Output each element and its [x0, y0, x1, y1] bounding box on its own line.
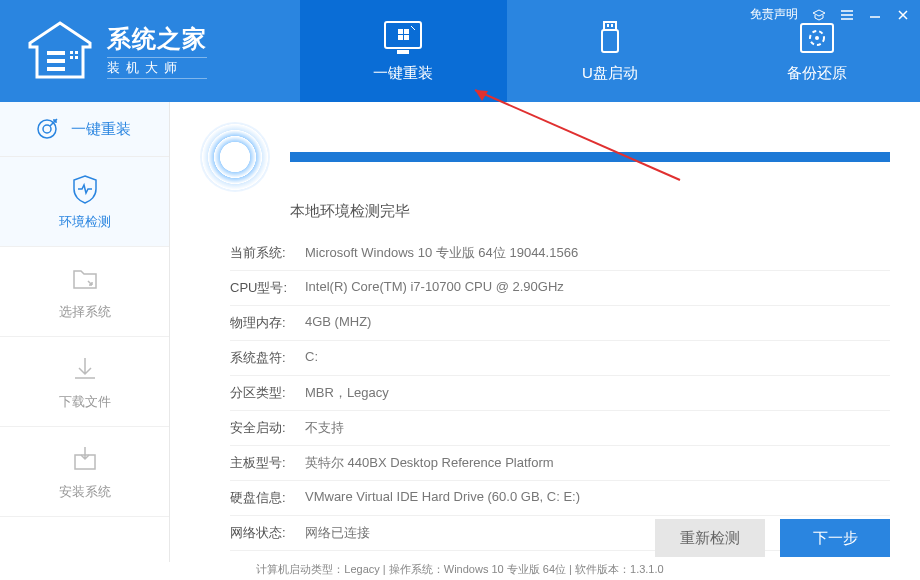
sidebar-item-select-system[interactable]: 选择系统 [0, 247, 169, 337]
info-label: 安全启动: [230, 419, 305, 437]
usb-drive-icon [590, 20, 630, 56]
info-value: Microsoft Windows 10 专业版 64位 19044.1566 [305, 244, 890, 262]
next-button[interactable]: 下一步 [780, 519, 890, 557]
app-logo-icon [25, 21, 95, 81]
svg-rect-4 [75, 51, 78, 54]
titlebar-controls: 免责声明 [750, 6, 910, 23]
info-row: 安全启动:不支持 [230, 411, 890, 446]
svg-point-21 [43, 125, 51, 133]
sidebar-item-label: 环境检测 [59, 213, 111, 231]
menu-icon[interactable] [840, 8, 854, 22]
info-row: CPU型号:Intel(R) Core(TM) i7-10700 CPU @ 2… [230, 271, 890, 306]
info-value: Intel(R) Core(TM) i7-10700 CPU @ 2.90GHz [305, 279, 890, 297]
svg-rect-6 [75, 56, 78, 59]
info-value: 4GB (MHZ) [305, 314, 890, 332]
svg-rect-0 [47, 51, 65, 55]
info-label: 当前系统: [230, 244, 305, 262]
logo-title: 系统之家 [107, 23, 207, 55]
logo-subtitle: 装机大师 [107, 57, 207, 79]
tab-label: U盘启动 [582, 64, 638, 83]
svg-rect-1 [47, 59, 65, 63]
radar-scan-icon [200, 122, 270, 192]
info-value: 不支持 [305, 419, 890, 437]
svg-rect-14 [602, 30, 618, 52]
svg-point-19 [815, 36, 819, 40]
info-label: 网络状态: [230, 524, 305, 542]
svg-rect-2 [47, 67, 65, 71]
sidebar-item-env-check[interactable]: 环境检测 [0, 157, 169, 247]
sidebar-item-download[interactable]: 下载文件 [0, 337, 169, 427]
info-label: 硬盘信息: [230, 489, 305, 507]
redetect-button[interactable]: 重新检测 [655, 519, 765, 557]
header: 系统之家 装机大师 一键重装 U盘启动 备份还原 免责声明 [0, 0, 920, 102]
backup-icon [797, 20, 837, 56]
tab-label: 一键重装 [373, 64, 433, 83]
sidebar: 一键重装 环境检测 选择系统 下载文件 安装系统 [0, 102, 170, 562]
info-row: 硬盘信息:VMware Virtual IDE Hard Drive (60.0… [230, 481, 890, 516]
svg-rect-8 [397, 50, 409, 54]
tab-label: 备份还原 [787, 64, 847, 83]
system-info-list: 当前系统:Microsoft Windows 10 专业版 64位 19044.… [230, 236, 890, 551]
info-label: CPU型号: [230, 279, 305, 297]
info-label: 分区类型: [230, 384, 305, 402]
info-row: 系统盘符:C: [230, 341, 890, 376]
info-label: 物理内存: [230, 314, 305, 332]
graduation-icon[interactable] [812, 8, 826, 22]
svg-rect-13 [604, 22, 616, 30]
sidebar-item-install[interactable]: 安装系统 [0, 427, 169, 517]
close-icon[interactable] [896, 8, 910, 22]
info-row: 物理内存:4GB (MHZ) [230, 306, 890, 341]
info-row: 主板型号:英特尔 440BX Desktop Reference Platfor… [230, 446, 890, 481]
info-value: 英特尔 440BX Desktop Reference Platform [305, 454, 890, 472]
footer-status: 计算机启动类型：Legacy | 操作系统：Windows 10 专业版 64位… [0, 562, 920, 580]
minimize-icon[interactable] [868, 8, 882, 22]
svg-rect-15 [607, 24, 609, 27]
svg-rect-11 [398, 35, 403, 40]
svg-rect-3 [70, 51, 73, 54]
folder-icon [69, 263, 101, 295]
sidebar-item-label: 选择系统 [59, 303, 111, 321]
disclaimer-link[interactable]: 免责声明 [750, 6, 798, 23]
info-value: MBR，Legacy [305, 384, 890, 402]
info-value: VMware Virtual IDE Hard Drive (60.0 GB, … [305, 489, 890, 507]
download-icon [69, 353, 101, 385]
progress-bar [290, 152, 890, 162]
target-icon [35, 117, 59, 141]
tab-usb-boot[interactable]: U盘启动 [507, 0, 714, 102]
info-label: 主板型号: [230, 454, 305, 472]
info-value: C: [305, 349, 890, 367]
logo-area: 系统之家 装机大师 [0, 0, 300, 102]
sidebar-item-label: 下载文件 [59, 393, 111, 411]
svg-rect-10 [404, 29, 409, 34]
svg-rect-9 [398, 29, 403, 34]
shield-pulse-icon [69, 173, 101, 205]
svg-rect-16 [611, 24, 613, 27]
detection-status: 本地环境检测完毕 [290, 202, 890, 221]
sidebar-item-reinstall[interactable]: 一键重装 [0, 102, 169, 157]
info-row: 分区类型:MBR，Legacy [230, 376, 890, 411]
main-content: 本地环境检测完毕 当前系统:Microsoft Windows 10 专业版 6… [170, 102, 920, 562]
svg-rect-5 [70, 56, 73, 59]
sidebar-item-label: 一键重装 [71, 120, 131, 139]
tab-reinstall[interactable]: 一键重装 [300, 0, 507, 102]
info-row: 当前系统:Microsoft Windows 10 专业版 64位 19044.… [230, 236, 890, 271]
sidebar-item-label: 安装系统 [59, 483, 111, 501]
svg-rect-12 [404, 35, 409, 40]
info-label: 系统盘符: [230, 349, 305, 367]
monitor-icon [383, 20, 423, 56]
install-box-icon [69, 443, 101, 475]
